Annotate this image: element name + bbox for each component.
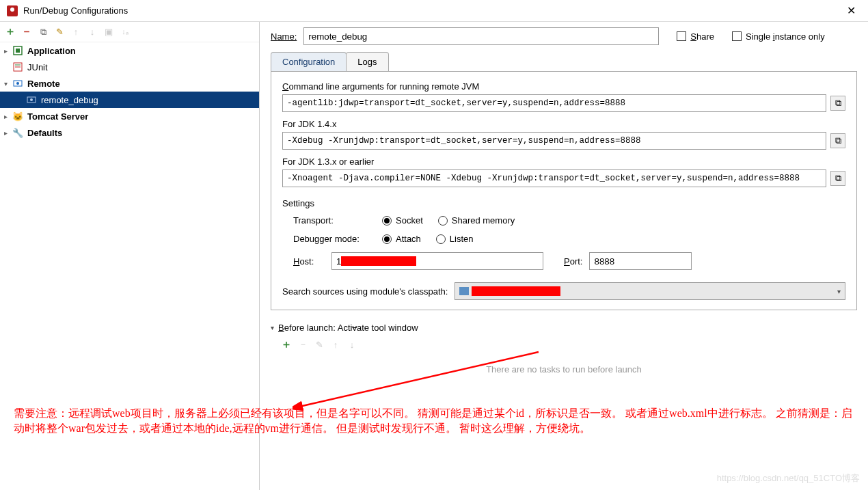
- move-down-button[interactable]: ↓: [86, 26, 98, 38]
- jdk14-input[interactable]: [282, 132, 826, 150]
- copy-button[interactable]: ⧉: [830, 171, 845, 186]
- radio-icon: [382, 234, 392, 244]
- junit-icon: [12, 62, 23, 72]
- single-instance-checkbox[interactable]: Single instance only: [732, 31, 825, 42]
- window-title: Run/Debug Configurations: [23, 5, 841, 16]
- radio-icon: [438, 216, 448, 226]
- jdk14-label: For JDK 1.4.x: [282, 119, 845, 129]
- host-input[interactable]: 1: [331, 252, 543, 270]
- search-sources-label: Search sources using module's classpath:: [282, 286, 448, 297]
- jdk13-input[interactable]: [282, 169, 826, 187]
- port-input[interactable]: [589, 252, 692, 270]
- tabs: Configuration Logs: [271, 52, 857, 72]
- tree-item-remote[interactable]: ▾ Remote: [0, 75, 259, 92]
- chevron-down-icon: ▾: [271, 324, 274, 331]
- radio-icon: [436, 234, 446, 244]
- checkbox-icon: [677, 31, 686, 41]
- annotation-text: 需要注意：远程调试web项目时，服务器上必须已经有该项目，但是名字可以不同。 猜…: [14, 406, 854, 436]
- before-launch-section[interactable]: ▾ Before launch: Activate tool window: [271, 323, 857, 333]
- redacted-module: [472, 286, 560, 296]
- remove-task-button[interactable]: －: [297, 338, 309, 351]
- application-icon: [12, 45, 23, 56]
- tree-label: Application: [27, 46, 76, 56]
- sidebar-toolbar: ＋ － ⧉ ✎ ↑ ↓ ▣ ↓ₐ: [0, 22, 259, 42]
- transport-socket-radio[interactable]: Socket: [382, 215, 423, 226]
- before-launch-label: Before launch: Activate tool window: [278, 323, 418, 333]
- chevron-right-icon: ▸: [4, 113, 12, 120]
- tree-label: JUnit: [27, 62, 48, 72]
- add-task-button[interactable]: ＋: [280, 338, 293, 351]
- redacted-host: [341, 256, 416, 266]
- tree-label: Tomcat Server: [27, 111, 88, 122]
- port-label: Port:: [564, 256, 582, 267]
- svg-rect-1: [16, 49, 20, 53]
- copy-button[interactable]: ⧉: [830, 96, 845, 111]
- module-classpath-combo[interactable]: ▾: [455, 282, 845, 300]
- cmdline-label: Command line arguments for running remot…: [282, 81, 845, 92]
- tab-configuration[interactable]: Configuration: [271, 52, 347, 71]
- move-up-task-button[interactable]: ↑: [329, 338, 342, 351]
- chevron-right-icon: ▸: [4, 129, 12, 137]
- name-label: Name:: [271, 31, 297, 42]
- move-up-button[interactable]: ↑: [70, 26, 82, 38]
- checkbox-icon: [732, 31, 742, 41]
- close-icon[interactable]: ✕: [841, 1, 861, 20]
- tree-label: remote_debug: [41, 95, 98, 105]
- folder-icon[interactable]: ▣: [103, 26, 115, 38]
- settings-label: Settings: [282, 198, 845, 208]
- titlebar: Run/Debug Configurations ✕: [0, 0, 868, 22]
- chevron-right-icon: ▸: [4, 47, 12, 55]
- watermark: https://blog.csdn.net/qq_51CTO博客: [717, 472, 860, 485]
- tree-item-defaults[interactable]: ▸ 🔧 Defaults: [0, 124, 259, 141]
- copy-button[interactable]: ⧉: [830, 133, 845, 148]
- transport-label: Transport:: [293, 215, 382, 226]
- tree-item-application[interactable]: ▸ Application: [0, 42, 259, 59]
- transport-shared-memory-radio[interactable]: Shared memory: [438, 215, 515, 226]
- chevron-down-icon: ▾: [837, 288, 841, 295]
- host-label: Host:: [293, 256, 325, 267]
- app-icon: [7, 5, 18, 16]
- cmdline-input[interactable]: [282, 94, 826, 112]
- debugger-mode-label: Debugger mode:: [293, 234, 382, 244]
- tree-item-tomcat[interactable]: ▸ 🐱 Tomcat Server: [0, 108, 259, 124]
- radio-icon: [382, 216, 392, 226]
- remove-config-button[interactable]: －: [21, 26, 33, 38]
- chevron-down-icon: ▾: [4, 80, 12, 87]
- tab-logs[interactable]: Logs: [346, 52, 388, 71]
- configuration-panel: Command line arguments for running remot…: [271, 72, 857, 310]
- remote-config-icon: [26, 94, 37, 105]
- add-config-button[interactable]: ＋: [4, 26, 16, 38]
- tree-label: Remote: [27, 79, 60, 89]
- remote-icon: [12, 78, 23, 89]
- wrench-icon: 🔧: [12, 127, 23, 138]
- debugger-attach-radio[interactable]: Attach: [382, 234, 421, 244]
- debugger-listen-radio[interactable]: Listen: [436, 234, 474, 244]
- jdk13-label: For JDK 1.3.x or earlier: [282, 156, 845, 167]
- svg-point-8: [30, 98, 33, 101]
- sort-icon[interactable]: ↓ₐ: [119, 26, 131, 38]
- copy-config-button[interactable]: ⧉: [37, 26, 49, 38]
- edit-defaults-button[interactable]: ✎: [53, 26, 66, 38]
- svg-point-6: [16, 82, 19, 85]
- share-checkbox[interactable]: Share: [677, 31, 714, 42]
- tree-item-junit[interactable]: JUnit: [0, 59, 259, 75]
- before-launch-empty: There are no tasks to run before launch: [271, 364, 857, 375]
- tree-label: Defaults: [27, 128, 62, 138]
- tree-item-remote-debug[interactable]: remote_debug: [0, 92, 259, 108]
- folder-icon: [459, 287, 469, 295]
- edit-task-button[interactable]: ✎: [313, 338, 325, 351]
- tomcat-icon: 🐱: [12, 111, 23, 122]
- name-input[interactable]: [303, 27, 659, 45]
- move-down-task-button[interactable]: ↓: [346, 338, 358, 351]
